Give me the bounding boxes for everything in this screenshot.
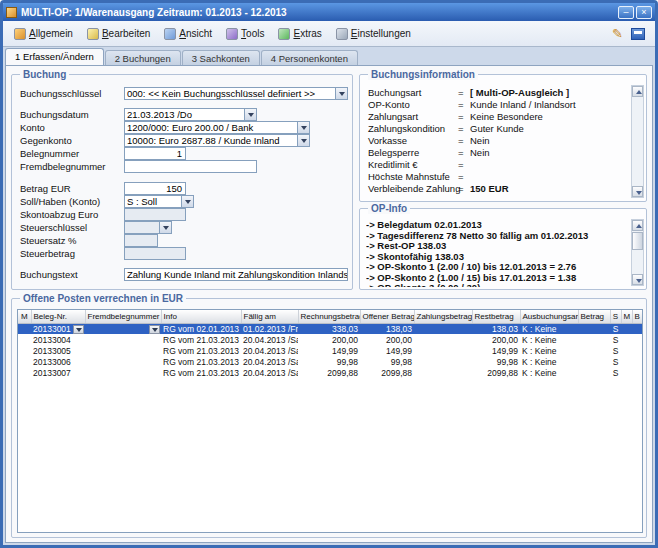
menu-item-allgemein[interactable]: Allgemein (7, 24, 80, 44)
column-header[interactable]: Beleg-Nr. (31, 310, 85, 323)
menu-item-tools[interactable]: Tools (219, 24, 271, 44)
close-button[interactable]: × (636, 6, 652, 19)
edit-icon[interactable]: ✎ (612, 27, 623, 41)
chevron-down-icon[interactable] (297, 122, 309, 133)
steuerbetrag-input[interactable] (124, 247, 186, 260)
table-header-row: M Beleg-Nr. Fremdbelegnummer Info Fällig… (18, 310, 642, 323)
column-header[interactable]: B (632, 310, 642, 323)
grid-icon[interactable] (631, 28, 645, 40)
buchungsdatum-input[interactable]: 21.03.2013 /Do (124, 108, 257, 121)
table-row[interactable]: 20133001 RG vom 02.01.2013 01.02.2013 /F… (18, 323, 642, 334)
column-header[interactable]: M (621, 310, 632, 323)
fremdbelegnummer-input[interactable] (124, 160, 257, 173)
cell-m2 (621, 367, 632, 378)
menu-item-bearbeiten[interactable]: Bearbeiten (80, 24, 157, 44)
field-value: 000: << Kein Buchungsschlüssel definiert… (127, 88, 315, 99)
op-info-line: -> OP-Skonto 3 (0.00 / 30) (366, 283, 629, 287)
tab-personenkonten[interactable]: 4 Personenkonten (261, 50, 358, 65)
steuersatz-input[interactable] (124, 234, 158, 247)
info-label: Höchste Mahnstufe (368, 171, 450, 182)
equals-sign: = (458, 111, 464, 122)
tab-erfassen-aendern[interactable]: 1 Erfassen/Ändern (5, 48, 104, 65)
allgemein-icon (14, 28, 26, 40)
buchungsschluessel-select[interactable]: 000: << Kein Buchungsschlüssel definiert… (124, 87, 348, 100)
soll-haben-select[interactable]: S : Soll (124, 195, 194, 208)
chevron-down-icon[interactable] (149, 325, 160, 334)
tab-buchungen[interactable]: 2 Buchungen (105, 50, 181, 65)
column-header[interactable]: Betrag (578, 310, 610, 323)
chevron-down-icon[interactable] (244, 109, 256, 120)
buchungsinformation-group: Buchungsinformation Buchungsart=[ Multi-… (359, 74, 647, 202)
column-header[interactable]: Fällig am (241, 310, 298, 323)
menu-item-einstellungen[interactable]: Einstellungen (329, 24, 418, 44)
cell-beleg: 20133005 (31, 345, 85, 356)
op-info-line: -> OP-Skonto 1 (2.00 / 10) bis 12.01.201… (366, 262, 629, 273)
column-header[interactable]: Zahlungsbetrag (414, 310, 472, 323)
tab-sachkonten[interactable]: 3 Sachkonten (182, 50, 260, 65)
menu-item-extras[interactable]: Extras (271, 24, 328, 44)
cell-betrag (578, 334, 610, 345)
cell-s: S (610, 323, 621, 334)
cell-restbetrag: 138,03 (472, 323, 520, 334)
cell-faellig: 20.04.2013 /Sa (241, 367, 298, 378)
cell-zahlungsbetrag (414, 334, 472, 345)
column-header[interactable]: Restbetrag (472, 310, 520, 323)
ansicht-icon (164, 28, 176, 40)
info-scrollbar[interactable] (631, 85, 644, 198)
chevron-down-icon[interactable] (181, 196, 193, 207)
cell-b (632, 345, 642, 356)
table-row[interactable]: 20133005 RG vom 21.03.2013 20.04.2013 /S… (18, 345, 642, 356)
cell-ausbuchungsart: K : Keine (520, 323, 578, 334)
equals-sign: = (458, 123, 464, 134)
cell-ausbuchungsart: K : Keine (520, 345, 578, 356)
gegenkonto-select[interactable]: 10000: Euro 2687.88 / Kunde Inland (124, 134, 310, 147)
equals-sign: = (458, 147, 464, 158)
konto-select[interactable]: 1200/000: Euro 200.00 / Bank (124, 121, 310, 134)
info-value: 150 EUR (470, 183, 509, 194)
scroll-down-icon[interactable] (632, 274, 643, 285)
chevron-down-icon[interactable] (159, 222, 171, 233)
scroll-up-icon[interactable] (632, 86, 643, 97)
cell-offener-betrag: 2099,88 (360, 367, 414, 378)
cell-fremd (85, 345, 161, 356)
column-header[interactable]: Rechnungsbetrag (298, 310, 360, 323)
cell-offener-betrag: 149,99 (360, 345, 414, 356)
betrag-input[interactable]: 150 (124, 182, 186, 195)
scroll-down-icon[interactable] (632, 186, 643, 197)
field-label: Steuersatz % (20, 235, 77, 246)
scroll-up-icon[interactable] (632, 220, 643, 231)
skontoabzug-input[interactable] (124, 208, 186, 221)
chevron-down-icon[interactable] (73, 325, 84, 334)
scrollbar-thumb[interactable] (632, 232, 643, 250)
column-header[interactable]: M (18, 310, 31, 323)
menu-item-label: Allgemein (29, 28, 73, 39)
cell-b (632, 323, 642, 334)
column-header[interactable]: Info (161, 310, 241, 323)
buchungstext-input[interactable]: Zahlung Kunde Inland mit Zahlungskonditi… (124, 268, 348, 281)
minimize-button[interactable]: – (618, 6, 634, 19)
table-row[interactable]: 20133004 RG vom 21.03.2013 20.04.2013 /S… (18, 334, 642, 345)
field-value: 1200/000: Euro 200.00 / Bank (127, 122, 253, 133)
cell-zahlungsbetrag (414, 345, 472, 356)
chevron-down-icon[interactable] (297, 135, 309, 146)
cell-ausbuchungsart: K : Keine (520, 334, 578, 345)
table-row[interactable]: 20133006 RG vom 21.03.2013 20.04.2013 /S… (18, 356, 642, 367)
menu-item-ansicht[interactable]: Ansicht (157, 24, 219, 44)
table-row[interactable]: 20133007 RG vom 21.03.2013 20.04.2013 /S… (18, 367, 642, 378)
field-label: Gegenkonto (20, 135, 72, 146)
column-header[interactable]: Offener Betrag (360, 310, 414, 323)
column-header[interactable]: Ausbuchungsart (520, 310, 578, 323)
column-header[interactable]: S (610, 310, 621, 323)
chevron-down-icon[interactable] (335, 88, 347, 99)
cell-m2 (621, 356, 632, 367)
cell-zahlungsbetrag (414, 356, 472, 367)
column-header[interactable]: Fremdbelegnummer (85, 310, 161, 323)
cell-m2 (621, 334, 632, 345)
cell-ausbuchungsart: K : Keine (520, 367, 578, 378)
op-info-scrollbar[interactable] (631, 219, 644, 286)
info-label: Buchungsart (368, 87, 421, 98)
steuerschluessel-select[interactable] (124, 221, 172, 234)
belegnummer-input[interactable]: 1 (124, 147, 186, 160)
cell-beleg: 20133007 (31, 367, 85, 378)
buchungsinformation-legend: Buchungsinformation (368, 69, 478, 80)
